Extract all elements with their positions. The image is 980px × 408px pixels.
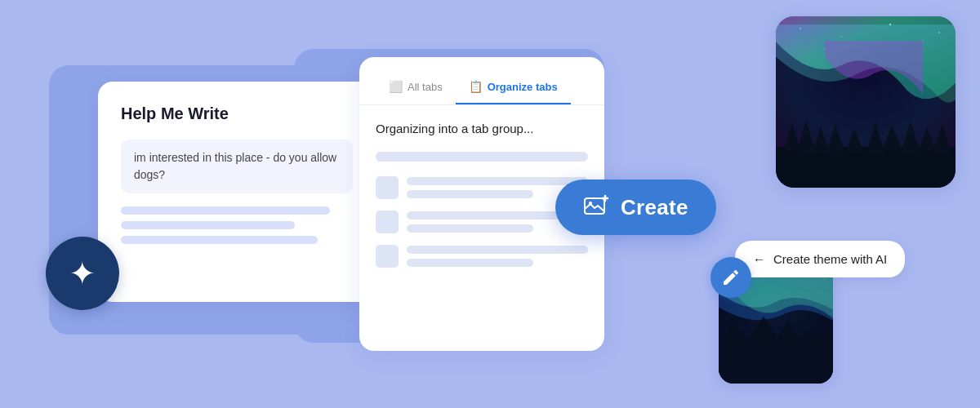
create-image-icon — [583, 194, 609, 220]
aurora-image-large — [776, 16, 956, 188]
tab-organize-tabs[interactable]: 📋 Organize tabs — [456, 70, 571, 104]
skeleton-sq-3 — [376, 245, 399, 268]
skeleton-row-3 — [376, 245, 588, 268]
skeleton-line-1 — [121, 206, 330, 215]
help-write-input: im interested in this place - do you all… — [121, 140, 353, 193]
edit-pencil-button[interactable] — [710, 257, 751, 298]
skeleton-sq-1 — [376, 176, 399, 199]
create-theme-label: Create theme with AI — [773, 252, 887, 266]
help-write-skeleton-lines — [121, 206, 353, 244]
tab-header: ⬜ All tabs 📋 Organize tabs — [359, 57, 604, 105]
arrow-icon: ← — [753, 252, 765, 266]
create-button[interactable]: Create — [555, 180, 716, 235]
tab-all-tabs[interactable]: ⬜ All tabs — [376, 70, 456, 104]
svg-point-30 — [589, 202, 592, 205]
svg-rect-23 — [719, 343, 833, 384]
pencil-icon — [721, 268, 741, 287]
skeleton-line-3 — [121, 236, 318, 244]
organize-tabs-icon: 📋 — [469, 80, 483, 93]
sparkle-icon: ✦ — [69, 257, 96, 290]
skeleton-row-1 — [376, 176, 588, 199]
create-button-label: Create — [621, 195, 688, 220]
help-write-card: Help Me Write im interested in this plac… — [98, 82, 376, 302]
skeleton-line-2 — [121, 221, 295, 229]
all-tabs-icon: ⬜ — [389, 80, 403, 93]
skeleton-top-bar — [376, 152, 588, 162]
skeleton-sq-2 — [376, 211, 399, 233]
skeleton-lines-3 — [407, 246, 588, 267]
sparkle-circle[interactable]: ✦ — [46, 237, 119, 310]
organizing-text: Organizing into a tab group... — [376, 122, 588, 135]
create-theme-button[interactable]: ← Create theme with AI — [735, 241, 905, 277]
help-write-title: Help Me Write — [121, 104, 353, 123]
